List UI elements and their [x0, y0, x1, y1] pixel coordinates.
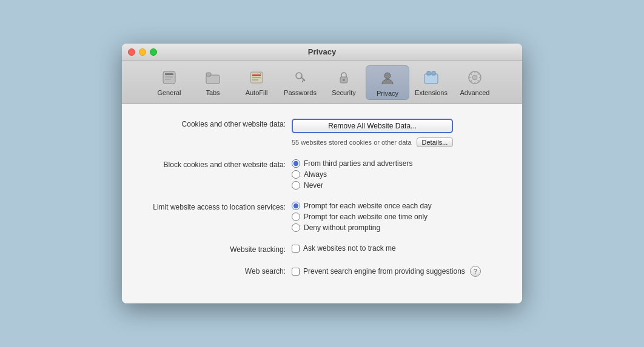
tab-general-label: General	[157, 89, 181, 96]
general-icon	[159, 68, 179, 87]
block-cookies-radio-always[interactable]	[292, 170, 300, 179]
location-row: Limit website access to location service…	[134, 202, 510, 232]
details-button[interactable]: Details...	[417, 137, 454, 147]
maximize-button[interactable]	[150, 48, 157, 56]
advanced-icon	[465, 68, 485, 87]
svg-rect-5	[206, 73, 211, 76]
location-option-prompt-once-label: Prompt for each website one time only	[304, 213, 428, 221]
websearch-help-button[interactable]: ?	[470, 266, 481, 277]
tab-advanced-label: Advanced	[460, 89, 490, 96]
location-option-prompt-once[interactable]: Prompt for each website one time only	[292, 213, 432, 221]
tab-privacy-label: Privacy	[377, 90, 398, 97]
tracking-controls: Ask websites not to track me	[292, 244, 396, 253]
tab-passwords[interactable]: Passwords	[278, 65, 322, 100]
block-cookies-option-always[interactable]: Always	[292, 170, 412, 179]
location-label: Limit website access to location service…	[134, 202, 292, 211]
toolbar: General Tabs AutoFill	[122, 61, 522, 104]
window-title: Privacy	[308, 47, 336, 56]
traffic-lights	[128, 48, 157, 56]
block-cookies-option-never-label: Never	[304, 181, 323, 190]
block-cookies-option-third-parties[interactable]: From third parties and advertisers	[292, 159, 412, 168]
svg-rect-13	[302, 81, 303, 82]
tab-extensions-label: Extensions	[415, 89, 448, 96]
privacy-icon	[378, 68, 397, 88]
tabs-icon	[203, 68, 223, 87]
svg-line-29	[478, 73, 479, 74]
extensions-icon	[421, 68, 441, 87]
autofill-icon	[247, 68, 266, 87]
svg-rect-14	[304, 79, 305, 81]
tab-general[interactable]: General	[147, 65, 191, 100]
svg-line-30	[471, 81, 472, 82]
block-cookies-label: Block cookies and other website data:	[134, 159, 292, 169]
passwords-icon	[290, 68, 310, 87]
websearch-checkbox-label: Prevent search engine from providing sug…	[303, 267, 465, 276]
location-option-prompt-day[interactable]: Prompt for each website once each day	[292, 202, 432, 210]
location-radio-deny[interactable]	[292, 223, 300, 232]
svg-rect-3	[165, 79, 171, 80]
tab-tabs[interactable]: Tabs	[191, 65, 235, 100]
safari-preferences-window: Privacy General Tabs	[122, 44, 522, 303]
tab-passwords-label: Passwords	[284, 89, 317, 96]
cookies-row: Cookies and other website data: Remove A…	[134, 119, 510, 147]
svg-point-17	[384, 73, 391, 79]
tab-autofill-label: AutoFill	[246, 89, 268, 96]
minimize-button[interactable]	[139, 48, 146, 56]
content-area: Cookies and other website data: Remove A…	[122, 104, 522, 303]
location-option-deny-label: Deny without prompting	[304, 223, 380, 232]
cookies-sub-info: 55 websites stored cookies or other data…	[292, 137, 453, 147]
websearch-checkbox-option[interactable]: Prevent search engine from providing sug…	[292, 267, 465, 276]
svg-rect-2	[165, 76, 173, 78]
location-controls: Prompt for each website once each day Pr…	[292, 202, 432, 232]
block-cookies-option-always-label: Always	[304, 170, 327, 179]
location-option-prompt-day-label: Prompt for each website once each day	[304, 202, 432, 210]
block-cookies-controls: From third parties and advertisers Alway…	[292, 159, 412, 190]
tracking-row: Website tracking: Ask websites not to tr…	[134, 244, 510, 254]
cookies-controls: Remove All Website Data... 55 websites s…	[292, 119, 453, 147]
tab-autofill[interactable]: AutoFill	[235, 65, 278, 100]
tab-advanced[interactable]: Advanced	[453, 65, 497, 100]
svg-rect-20	[432, 71, 435, 75]
tab-privacy[interactable]: Privacy	[366, 65, 409, 100]
block-cookies-option-never[interactable]: Never	[292, 181, 412, 190]
security-icon	[334, 68, 354, 87]
block-cookies-row: Block cookies and other website data: Fr…	[134, 159, 510, 190]
location-radio-prompt-once[interactable]	[292, 213, 300, 221]
svg-rect-19	[427, 71, 431, 75]
remove-all-website-data-button[interactable]: Remove All Website Data...	[292, 119, 453, 133]
websearch-label: Web search:	[134, 266, 292, 276]
tab-tabs-label: Tabs	[206, 89, 220, 96]
tab-security-label: Security	[332, 89, 356, 96]
block-cookies-radio-third-parties[interactable]	[292, 159, 300, 168]
svg-rect-1	[165, 73, 173, 75]
websearch-controls: Prevent search engine from providing sug…	[292, 266, 481, 277]
tracking-checkbox-option[interactable]: Ask websites not to track me	[292, 244, 396, 253]
block-cookies-radio-never[interactable]	[292, 181, 300, 190]
tracking-checkbox[interactable]	[292, 245, 300, 253]
svg-point-16	[343, 79, 345, 81]
tracking-label: Website tracking:	[134, 244, 292, 254]
svg-point-22	[472, 75, 477, 80]
cookies-label: Cookies and other website data:	[134, 119, 292, 128]
svg-line-28	[478, 81, 479, 82]
close-button[interactable]	[128, 48, 135, 56]
svg-rect-18	[424, 74, 438, 84]
svg-rect-8	[252, 77, 261, 78]
tracking-checkbox-label: Ask websites not to track me	[303, 244, 396, 253]
location-radio-prompt-day[interactable]	[292, 202, 300, 210]
svg-line-27	[471, 73, 472, 74]
block-cookies-option-third-parties-label: From third parties and advertisers	[304, 159, 412, 168]
title-bar: Privacy	[122, 44, 522, 61]
websearch-row: Web search: Prevent search engine from p…	[134, 266, 510, 277]
svg-point-11	[296, 73, 302, 79]
svg-rect-9	[252, 79, 258, 81]
location-option-deny[interactable]: Deny without prompting	[292, 223, 432, 232]
cookies-count-text: 55 websites stored cookies or other data	[292, 139, 412, 146]
websearch-checkbox[interactable]	[292, 268, 300, 276]
tab-extensions[interactable]: Extensions	[409, 65, 453, 100]
tab-security[interactable]: Security	[322, 65, 366, 100]
